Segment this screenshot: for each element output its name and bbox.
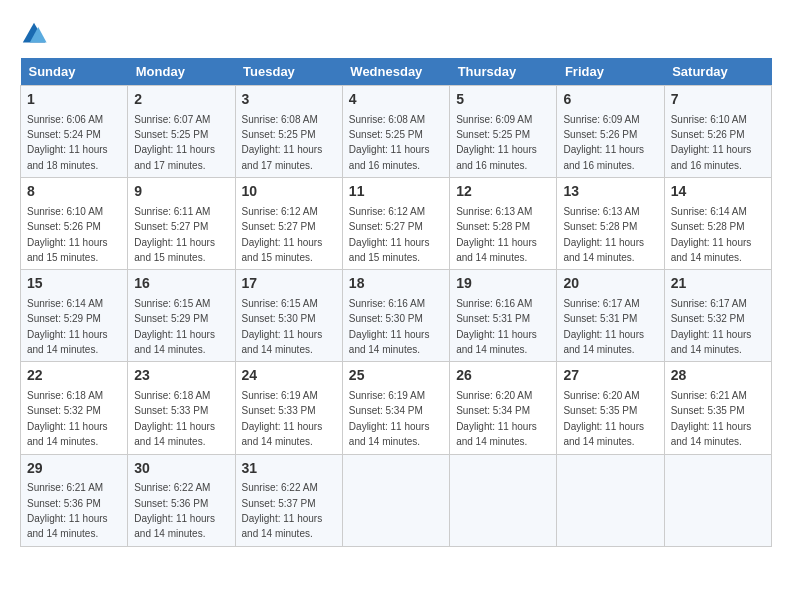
calendar-cell xyxy=(342,454,449,546)
calendar-week-row: 15 Sunrise: 6:14 AM Sunset: 5:29 PM Dayl… xyxy=(21,270,772,362)
calendar-cell: 15 Sunrise: 6:14 AM Sunset: 5:29 PM Dayl… xyxy=(21,270,128,362)
day-number: 18 xyxy=(349,274,443,294)
calendar-cell: 28 Sunrise: 6:21 AM Sunset: 5:35 PM Dayl… xyxy=(664,362,771,454)
calendar-cell: 26 Sunrise: 6:20 AM Sunset: 5:34 PM Dayl… xyxy=(450,362,557,454)
weekday-header-sunday: Sunday xyxy=(21,58,128,86)
calendar-cell: 2 Sunrise: 6:07 AM Sunset: 5:25 PM Dayli… xyxy=(128,86,235,178)
day-number: 20 xyxy=(563,274,657,294)
calendar-cell: 19 Sunrise: 6:16 AM Sunset: 5:31 PM Dayl… xyxy=(450,270,557,362)
day-info: Sunrise: 6:06 AM Sunset: 5:24 PM Dayligh… xyxy=(27,114,108,171)
weekday-header-friday: Friday xyxy=(557,58,664,86)
weekday-header-tuesday: Tuesday xyxy=(235,58,342,86)
calendar-cell: 7 Sunrise: 6:10 AM Sunset: 5:26 PM Dayli… xyxy=(664,86,771,178)
day-number: 5 xyxy=(456,90,550,110)
day-number: 9 xyxy=(134,182,228,202)
day-info: Sunrise: 6:22 AM Sunset: 5:36 PM Dayligh… xyxy=(134,482,215,539)
calendar-cell xyxy=(450,454,557,546)
calendar-cell: 16 Sunrise: 6:15 AM Sunset: 5:29 PM Dayl… xyxy=(128,270,235,362)
day-info: Sunrise: 6:15 AM Sunset: 5:30 PM Dayligh… xyxy=(242,298,323,355)
day-number: 25 xyxy=(349,366,443,386)
day-number: 30 xyxy=(134,459,228,479)
calendar-week-row: 1 Sunrise: 6:06 AM Sunset: 5:24 PM Dayli… xyxy=(21,86,772,178)
weekday-header-row: SundayMondayTuesdayWednesdayThursdayFrid… xyxy=(21,58,772,86)
calendar-cell: 5 Sunrise: 6:09 AM Sunset: 5:25 PM Dayli… xyxy=(450,86,557,178)
day-info: Sunrise: 6:08 AM Sunset: 5:25 PM Dayligh… xyxy=(349,114,430,171)
logo-icon xyxy=(20,20,48,48)
day-number: 15 xyxy=(27,274,121,294)
day-number: 24 xyxy=(242,366,336,386)
day-info: Sunrise: 6:18 AM Sunset: 5:33 PM Dayligh… xyxy=(134,390,215,447)
calendar-cell: 9 Sunrise: 6:11 AM Sunset: 5:27 PM Dayli… xyxy=(128,178,235,270)
day-info: Sunrise: 6:18 AM Sunset: 5:32 PM Dayligh… xyxy=(27,390,108,447)
calendar-cell: 17 Sunrise: 6:15 AM Sunset: 5:30 PM Dayl… xyxy=(235,270,342,362)
day-number: 26 xyxy=(456,366,550,386)
calendar-cell: 8 Sunrise: 6:10 AM Sunset: 5:26 PM Dayli… xyxy=(21,178,128,270)
day-number: 13 xyxy=(563,182,657,202)
calendar-table: SundayMondayTuesdayWednesdayThursdayFrid… xyxy=(20,58,772,547)
day-number: 29 xyxy=(27,459,121,479)
calendar-week-row: 8 Sunrise: 6:10 AM Sunset: 5:26 PM Dayli… xyxy=(21,178,772,270)
day-info: Sunrise: 6:20 AM Sunset: 5:35 PM Dayligh… xyxy=(563,390,644,447)
day-number: 4 xyxy=(349,90,443,110)
day-info: Sunrise: 6:07 AM Sunset: 5:25 PM Dayligh… xyxy=(134,114,215,171)
day-info: Sunrise: 6:14 AM Sunset: 5:29 PM Dayligh… xyxy=(27,298,108,355)
calendar-cell: 20 Sunrise: 6:17 AM Sunset: 5:31 PM Dayl… xyxy=(557,270,664,362)
day-number: 7 xyxy=(671,90,765,110)
day-number: 27 xyxy=(563,366,657,386)
weekday-header-monday: Monday xyxy=(128,58,235,86)
day-info: Sunrise: 6:13 AM Sunset: 5:28 PM Dayligh… xyxy=(456,206,537,263)
calendar-cell: 30 Sunrise: 6:22 AM Sunset: 5:36 PM Dayl… xyxy=(128,454,235,546)
day-info: Sunrise: 6:09 AM Sunset: 5:26 PM Dayligh… xyxy=(563,114,644,171)
day-number: 21 xyxy=(671,274,765,294)
day-number: 12 xyxy=(456,182,550,202)
day-info: Sunrise: 6:10 AM Sunset: 5:26 PM Dayligh… xyxy=(671,114,752,171)
calendar-cell: 21 Sunrise: 6:17 AM Sunset: 5:32 PM Dayl… xyxy=(664,270,771,362)
day-number: 6 xyxy=(563,90,657,110)
calendar-week-row: 29 Sunrise: 6:21 AM Sunset: 5:36 PM Dayl… xyxy=(21,454,772,546)
calendar-cell: 6 Sunrise: 6:09 AM Sunset: 5:26 PM Dayli… xyxy=(557,86,664,178)
calendar-cell: 31 Sunrise: 6:22 AM Sunset: 5:37 PM Dayl… xyxy=(235,454,342,546)
day-number: 11 xyxy=(349,182,443,202)
day-info: Sunrise: 6:22 AM Sunset: 5:37 PM Dayligh… xyxy=(242,482,323,539)
calendar-cell xyxy=(557,454,664,546)
day-info: Sunrise: 6:08 AM Sunset: 5:25 PM Dayligh… xyxy=(242,114,323,171)
day-info: Sunrise: 6:19 AM Sunset: 5:34 PM Dayligh… xyxy=(349,390,430,447)
day-info: Sunrise: 6:21 AM Sunset: 5:36 PM Dayligh… xyxy=(27,482,108,539)
day-number: 8 xyxy=(27,182,121,202)
day-info: Sunrise: 6:16 AM Sunset: 5:30 PM Dayligh… xyxy=(349,298,430,355)
day-info: Sunrise: 6:11 AM Sunset: 5:27 PM Dayligh… xyxy=(134,206,215,263)
calendar-week-row: 22 Sunrise: 6:18 AM Sunset: 5:32 PM Dayl… xyxy=(21,362,772,454)
day-number: 17 xyxy=(242,274,336,294)
day-info: Sunrise: 6:09 AM Sunset: 5:25 PM Dayligh… xyxy=(456,114,537,171)
calendar-cell: 23 Sunrise: 6:18 AM Sunset: 5:33 PM Dayl… xyxy=(128,362,235,454)
day-info: Sunrise: 6:20 AM Sunset: 5:34 PM Dayligh… xyxy=(456,390,537,447)
day-info: Sunrise: 6:17 AM Sunset: 5:32 PM Dayligh… xyxy=(671,298,752,355)
day-number: 23 xyxy=(134,366,228,386)
calendar-cell xyxy=(664,454,771,546)
day-number: 14 xyxy=(671,182,765,202)
calendar-cell: 3 Sunrise: 6:08 AM Sunset: 5:25 PM Dayli… xyxy=(235,86,342,178)
day-info: Sunrise: 6:12 AM Sunset: 5:27 PM Dayligh… xyxy=(242,206,323,263)
day-info: Sunrise: 6:13 AM Sunset: 5:28 PM Dayligh… xyxy=(563,206,644,263)
day-info: Sunrise: 6:12 AM Sunset: 5:27 PM Dayligh… xyxy=(349,206,430,263)
weekday-header-saturday: Saturday xyxy=(664,58,771,86)
calendar-cell: 13 Sunrise: 6:13 AM Sunset: 5:28 PM Dayl… xyxy=(557,178,664,270)
day-info: Sunrise: 6:10 AM Sunset: 5:26 PM Dayligh… xyxy=(27,206,108,263)
calendar-cell: 27 Sunrise: 6:20 AM Sunset: 5:35 PM Dayl… xyxy=(557,362,664,454)
calendar-cell: 25 Sunrise: 6:19 AM Sunset: 5:34 PM Dayl… xyxy=(342,362,449,454)
calendar-cell: 22 Sunrise: 6:18 AM Sunset: 5:32 PM Dayl… xyxy=(21,362,128,454)
weekday-header-thursday: Thursday xyxy=(450,58,557,86)
day-number: 31 xyxy=(242,459,336,479)
logo xyxy=(20,20,52,48)
day-info: Sunrise: 6:17 AM Sunset: 5:31 PM Dayligh… xyxy=(563,298,644,355)
day-number: 1 xyxy=(27,90,121,110)
calendar-cell: 14 Sunrise: 6:14 AM Sunset: 5:28 PM Dayl… xyxy=(664,178,771,270)
day-info: Sunrise: 6:19 AM Sunset: 5:33 PM Dayligh… xyxy=(242,390,323,447)
calendar-cell: 24 Sunrise: 6:19 AM Sunset: 5:33 PM Dayl… xyxy=(235,362,342,454)
day-info: Sunrise: 6:14 AM Sunset: 5:28 PM Dayligh… xyxy=(671,206,752,263)
day-number: 3 xyxy=(242,90,336,110)
weekday-header-wednesday: Wednesday xyxy=(342,58,449,86)
day-number: 10 xyxy=(242,182,336,202)
calendar-cell: 12 Sunrise: 6:13 AM Sunset: 5:28 PM Dayl… xyxy=(450,178,557,270)
day-number: 2 xyxy=(134,90,228,110)
